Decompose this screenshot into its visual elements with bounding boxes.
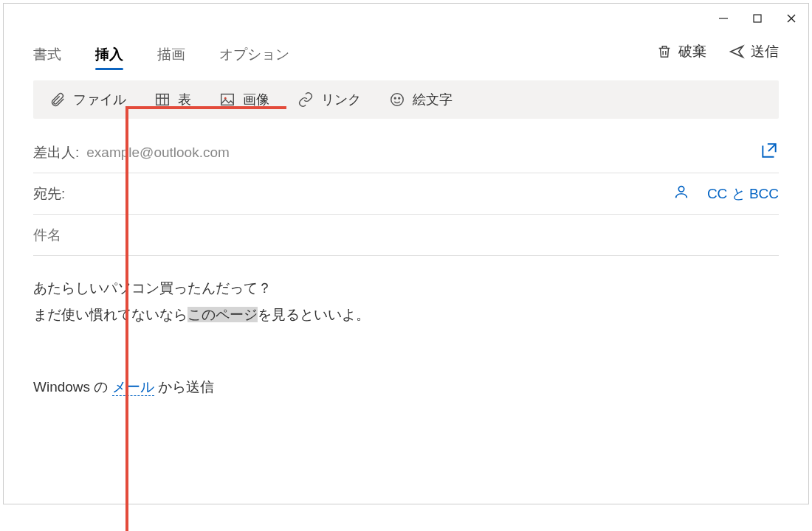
insert-link[interactable]: リンク — [297, 91, 361, 108]
send-label: 送信 — [751, 42, 779, 61]
tab-draw[interactable]: 描画 — [157, 45, 185, 70]
tabs-row: 書式 挿入 描画 オプション 破棄 送信 — [4, 33, 808, 70]
tab-options[interactable]: オプション — [219, 45, 289, 70]
body-line-1: あたらしいパソコン買ったんだって？ — [33, 275, 779, 302]
svg-rect-8 — [221, 94, 234, 105]
svg-rect-4 — [156, 94, 169, 105]
insert-image[interactable]: 画像 — [219, 91, 269, 108]
window-titlebar — [4, 4, 808, 33]
image-icon — [219, 91, 235, 108]
from-email[interactable]: example@outlook.com — [86, 145, 230, 161]
insert-emoji-label: 絵文字 — [413, 91, 453, 108]
discard-label: 破棄 — [678, 42, 706, 61]
subject-row[interactable] — [33, 215, 779, 256]
popout-icon — [760, 141, 779, 160]
table-icon — [154, 91, 171, 108]
mail-app-link[interactable]: メール — [112, 379, 154, 396]
tab-insert[interactable]: 挿入 — [95, 45, 123, 70]
insert-toolbar: ファイル 表 画像 リンク 絵文字 — [33, 80, 779, 119]
from-label: 差出人: — [33, 143, 79, 162]
add-contact-button[interactable] — [673, 184, 689, 204]
svg-point-11 — [394, 97, 396, 99]
signature-line: Windows の メール から送信 — [33, 374, 779, 400]
svg-point-12 — [399, 97, 400, 99]
svg-point-13 — [678, 187, 684, 192]
popout-button[interactable] — [760, 141, 779, 164]
insert-image-label: 画像 — [243, 91, 269, 108]
insert-link-label: リンク — [321, 91, 361, 108]
insert-file[interactable]: ファイル — [49, 91, 126, 108]
insert-file-label: ファイル — [73, 91, 126, 108]
compose-window: 書式 挿入 描画 オプション 破棄 送信 ファイル — [3, 3, 809, 504]
compose-fields: 差出人: example@outlook.com 宛先: CC と BCC — [4, 119, 808, 256]
svg-point-10 — [391, 94, 404, 106]
body-line-2: まだ使い慣れてないならこのページを見るといいよ。 — [33, 302, 779, 328]
insert-table-label: 表 — [178, 91, 191, 108]
subject-input[interactable] — [33, 227, 779, 243]
from-row: 差出人: example@outlook.com — [33, 132, 779, 173]
minimize-button[interactable] — [706, 4, 740, 33]
tab-format[interactable]: 書式 — [33, 45, 61, 70]
close-button[interactable] — [774, 4, 808, 33]
maximize-button[interactable] — [740, 4, 774, 33]
insert-emoji[interactable]: 絵文字 — [389, 91, 453, 108]
emoji-icon — [389, 91, 405, 108]
message-body[interactable]: あたらしいパソコン買ったんだって？ まだ使い慣れてないならこのページを見るといい… — [4, 256, 808, 400]
svg-rect-1 — [754, 15, 761, 22]
send-button[interactable]: 送信 — [729, 42, 779, 61]
to-row[interactable]: 宛先: CC と BCC — [33, 173, 779, 215]
person-icon — [673, 184, 689, 200]
link-icon — [297, 91, 314, 108]
paperclip-icon — [49, 91, 66, 108]
cc-bcc-button[interactable]: CC と BCC — [707, 184, 779, 204]
insert-table[interactable]: 表 — [154, 91, 191, 108]
selected-text: このページ — [187, 307, 258, 322]
to-label: 宛先: — [33, 184, 65, 204]
discard-button[interactable]: 破棄 — [656, 42, 706, 61]
